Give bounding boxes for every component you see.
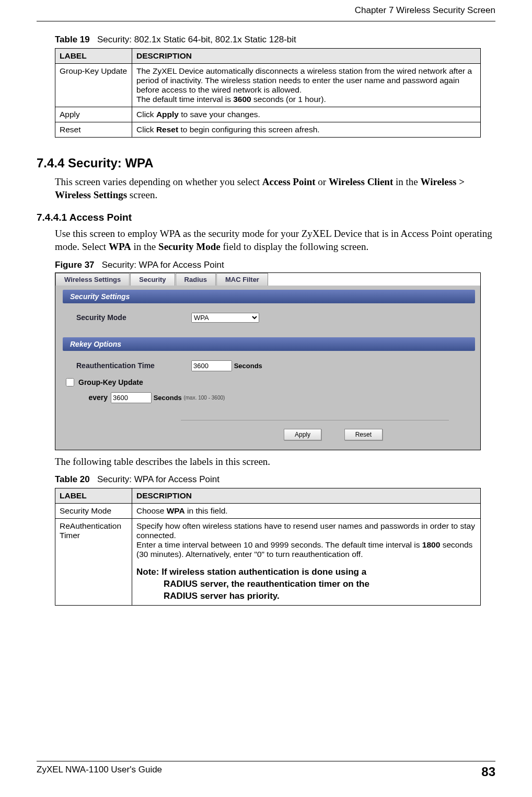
table-header-row: LABEL DESCRIPTION xyxy=(55,488,481,504)
gku-label: Group-Key Update xyxy=(78,378,143,386)
figure-label: Figure 37 xyxy=(55,260,95,270)
section-7-4-4-1-p1: Use this screen to employ WPA as the sec… xyxy=(55,227,495,253)
text-bold: Reset xyxy=(156,125,178,134)
every-label: every xyxy=(76,393,108,402)
header-rule xyxy=(37,21,495,21)
text-bold: Access Point xyxy=(262,176,316,187)
apply-button[interactable]: Apply xyxy=(284,429,321,440)
text-bold: Security Mode xyxy=(158,241,221,252)
col-description: DESCRIPTION xyxy=(132,49,481,64)
reauth-label: Reauthentication Time xyxy=(76,361,191,370)
tab-mac-filter[interactable]: MAC Filter xyxy=(216,273,268,286)
cell-desc: Click Apply to save your changes. xyxy=(132,107,481,122)
figure37-screenshot: Wireless Settings Security Radius MAC Fi… xyxy=(55,272,481,450)
table19: LABEL DESCRIPTION Group-Key Update The Z… xyxy=(55,48,481,138)
figure-text: Security: WPA for Access Point xyxy=(102,260,224,270)
text: Click xyxy=(136,110,156,119)
figure37-caption: Figure 37 Security: WPA for Access Point xyxy=(55,260,495,270)
note-line: Note: If wireless station authentication… xyxy=(136,567,366,577)
text: This screen varies depending on whether … xyxy=(55,176,262,187)
text: in the xyxy=(131,241,158,252)
text: Click xyxy=(136,125,156,134)
section-7-4-4-1-heading: 7.4.4.1 Access Point xyxy=(37,212,495,223)
cell-desc: The ZyXEL Device automatically disconnec… xyxy=(132,64,481,107)
gku-row: Group-Key Update xyxy=(64,377,459,388)
table20-label: Table 20 xyxy=(55,474,90,484)
seconds-label: Seconds xyxy=(234,362,262,370)
tab-wireless-settings[interactable]: Wireless Settings xyxy=(55,273,130,286)
col-label: LABEL xyxy=(55,488,132,504)
text: seconds (or 1 hour). xyxy=(251,95,326,104)
table-row: ReAuthentication Timer Specify how often… xyxy=(55,519,481,606)
tabs-bar: Wireless Settings Security Radius MAC Fi… xyxy=(55,273,480,286)
table19-caption: Table 19 Security: 802.1x Static 64-bit,… xyxy=(55,35,495,45)
table-row: Apply Click Apply to save your changes. xyxy=(55,107,481,122)
max-note: (max. 100 - 3600) xyxy=(183,395,225,401)
section-7-4-4-heading: 7.4.4 Security: WPA xyxy=(37,156,495,170)
tab-security[interactable]: Security xyxy=(130,273,175,286)
note-block: Note: If wireless station authentication… xyxy=(136,566,476,602)
divider xyxy=(181,420,449,420)
table-row: Group-Key Update The ZyXEL Device automa… xyxy=(55,64,481,107)
gku-input[interactable] xyxy=(111,392,152,403)
reauth-row: Reauthentication Time Seconds xyxy=(76,360,459,371)
security-mode-label: Security Mode xyxy=(76,313,191,322)
text: Specify how often wireless stations have… xyxy=(136,521,475,540)
cell-label: Apply xyxy=(55,107,132,122)
text: The ZyXEL Device automatically disconnec… xyxy=(136,66,472,94)
text-bold: WPA xyxy=(167,506,185,515)
section-7-4-4-p1: This screen varies depending on whether … xyxy=(55,176,495,201)
text: screen. xyxy=(127,189,157,200)
reauth-input[interactable] xyxy=(191,360,232,371)
col-label: LABEL xyxy=(55,49,132,64)
chapter-header: Chapter 7 Wireless Security Screen xyxy=(37,5,495,16)
gku-every-row: every Seconds (max. 100 - 3600) xyxy=(76,392,459,403)
footer-guide: ZyXEL NWA-1100 User's Guide xyxy=(37,765,162,779)
text: Enter a time interval between 10 and 999… xyxy=(136,540,422,549)
band-rekey-options: Rekey Options xyxy=(63,337,475,351)
table-row: Security Mode Choose WPA in this field. xyxy=(55,504,481,519)
page-footer: ZyXEL NWA-1100 User's Guide 83 xyxy=(37,761,495,779)
text-bold: Wireless Client xyxy=(329,176,393,187)
reset-button[interactable]: Reset xyxy=(344,429,383,440)
text: field to display the following screen. xyxy=(221,241,368,252)
table20: LABEL DESCRIPTION Security Mode Choose W… xyxy=(55,488,481,606)
note-line: RADIUS server, the reauthentication time… xyxy=(136,578,476,590)
text-bold: Apply xyxy=(156,110,179,119)
text-bold: 3600 xyxy=(233,95,251,104)
cell-label: Group-Key Update xyxy=(55,64,132,107)
note-line: RADIUS server has priority. xyxy=(136,590,476,602)
table20-text: Security: WPA for Access Point xyxy=(97,474,219,484)
band-security-settings: Security Settings xyxy=(63,290,475,303)
rekey-options-area: Reauthentication Time Seconds Group-Key … xyxy=(55,353,480,414)
cell-label: ReAuthentication Timer xyxy=(55,519,132,606)
text: Choose xyxy=(136,506,167,515)
table-row: Reset Click Reset to begin configuring t… xyxy=(55,122,481,138)
text: to begin configuring this screen afresh. xyxy=(178,125,320,134)
security-mode-select[interactable]: WPA xyxy=(191,313,259,323)
cell-label: Reset xyxy=(55,122,132,138)
table19-text: Security: 802.1x Static 64-bit, 802.1x S… xyxy=(97,35,296,44)
tab-radius[interactable]: Radius xyxy=(176,273,216,286)
gku-checkbox[interactable] xyxy=(66,378,74,386)
cell-desc: Click Reset to begin configuring this sc… xyxy=(132,122,481,138)
text: The default time interval is xyxy=(136,95,233,104)
text: in the xyxy=(393,176,420,187)
button-row: Apply Reset xyxy=(55,427,480,450)
security-mode-row: Security Mode WPA xyxy=(76,313,459,323)
security-settings-area: Security Mode WPA xyxy=(55,305,480,333)
footer-page-number: 83 xyxy=(481,765,495,779)
text: or xyxy=(316,176,329,187)
text-bold: WPA xyxy=(109,241,131,252)
text: to save your changes. xyxy=(179,110,260,119)
cell-label: Security Mode xyxy=(55,504,132,519)
cell-desc: Specify how often wireless stations have… xyxy=(132,519,481,606)
col-description: DESCRIPTION xyxy=(132,488,481,504)
seconds-label-2: Seconds xyxy=(154,394,182,402)
table19-label: Table 19 xyxy=(55,35,90,44)
text-bold: 1800 xyxy=(422,540,440,549)
table20-caption: Table 20 Security: WPA for Access Point xyxy=(55,474,495,485)
after-figure-text: The following table describes the labels… xyxy=(55,456,495,469)
table-header-row: LABEL DESCRIPTION xyxy=(55,49,481,64)
cell-desc: Choose WPA in this field. xyxy=(132,504,481,519)
